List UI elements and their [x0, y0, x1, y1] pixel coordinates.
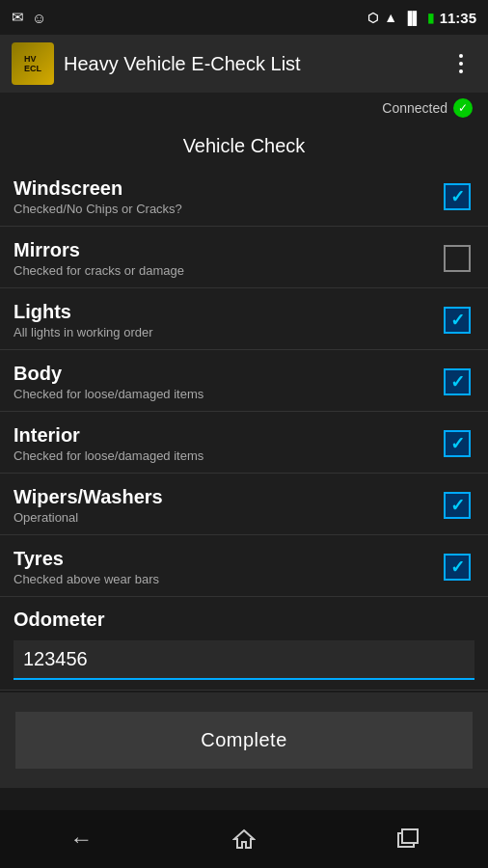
overflow-menu-button[interactable] [446, 48, 476, 79]
svg-rect-2 [402, 829, 418, 843]
check-item-wipers-text: Wipers/Washers Operational [14, 485, 440, 525]
body-checkbox[interactable] [440, 365, 474, 399]
page-title: Vehicle Check [0, 123, 488, 165]
complete-button[interactable]: Complete [15, 712, 473, 769]
tyres-checkbox[interactable] [440, 550, 474, 584]
lights-checked-box [444, 307, 471, 334]
check-item-windscreen-text: Windscreen Checked/No Chips or Cracks? [14, 176, 440, 216]
tyres-label: Tyres [14, 547, 440, 570]
mail-icon: ✉ [12, 9, 24, 26]
dot3 [459, 69, 463, 73]
windscreen-sublabel: Checked/No Chips or Cracks? [14, 202, 440, 216]
check-item-tyres[interactable]: Tyres Checked above wear bars [0, 535, 488, 597]
check-item-mirrors[interactable]: Mirrors Checked for cracks or damage [0, 227, 488, 288]
wipers-sublabel: Operational [14, 510, 440, 525]
tyres-sublabel: Checked above wear bars [14, 572, 440, 586]
check-item-wipers[interactable]: Wipers/Washers Operational [0, 474, 488, 535]
recents-button[interactable] [378, 820, 436, 858]
bluetooth-icon: ⬡ [367, 11, 378, 25]
clock: 11:35 [440, 10, 476, 26]
app-title: Heavy Vehicle E-Check List [64, 53, 436, 75]
status-bar: ✉ ☺ ⬡ ▲ ▐▌ ▮ 11:35 [0, 0, 488, 35]
connected-bar: Connected ✓ [0, 93, 488, 123]
body-label: Body [14, 362, 440, 385]
check-item-interior[interactable]: Interior Checked for loose/damaged items [0, 412, 488, 474]
odometer-section: Odometer [0, 597, 488, 691]
windscreen-checkbox[interactable] [440, 179, 474, 214]
status-left-icons: ✉ ☺ [12, 9, 46, 26]
check-item-interior-text: Interior Checked for loose/damaged items [14, 423, 440, 463]
body-sublabel: Checked for loose/damaged items [14, 387, 440, 401]
app-logo: HVECL [12, 42, 54, 85]
dot2 [459, 62, 463, 66]
back-button[interactable]: ← [52, 820, 110, 858]
mirrors-sublabel: Checked for cracks or damage [14, 263, 440, 278]
odometer-label: Odometer [14, 609, 474, 631]
body-checked-box [444, 368, 471, 395]
spacer [0, 788, 488, 798]
interior-sublabel: Checked for loose/damaged items [14, 448, 440, 463]
check-item-windscreen[interactable]: Windscreen Checked/No Chips or Cracks? [0, 165, 488, 227]
check-item-lights-text: Lights All lights in working order [14, 300, 440, 339]
back-icon: ← [69, 826, 93, 853]
home-button[interactable] [215, 820, 273, 858]
windscreen-checked-box [444, 183, 471, 210]
interior-checked-box [444, 430, 471, 457]
interior-checkbox[interactable] [440, 426, 474, 461]
connected-icon: ✓ [453, 98, 473, 118]
wifi-icon: ▲ [384, 10, 397, 25]
wipers-checked-box [444, 492, 471, 519]
main-content: Connected ✓ Vehicle Check Windscreen Che… [0, 93, 488, 810]
signal-icon: ▐▌ [403, 11, 420, 25]
lights-checkbox[interactable] [440, 303, 474, 338]
wipers-label: Wipers/Washers [14, 485, 440, 508]
check-item-tyres-text: Tyres Checked above wear bars [14, 547, 440, 586]
battery-icon: ▮ [427, 11, 434, 25]
lights-sublabel: All lights in working order [14, 325, 440, 339]
check-item-lights[interactable]: Lights All lights in working order [0, 288, 488, 350]
check-item-mirrors-text: Mirrors Checked for cracks or damage [14, 238, 440, 278]
odometer-input[interactable] [23, 648, 465, 670]
smiley-icon: ☺ [32, 10, 46, 26]
windscreen-label: Windscreen [14, 176, 440, 200]
status-right-icons: ⬡ ▲ ▐▌ ▮ 11:35 [367, 10, 476, 26]
recents-icon [395, 828, 419, 850]
tyres-checked-box [444, 554, 471, 581]
svg-marker-0 [234, 830, 254, 848]
lights-label: Lights [14, 300, 440, 323]
mirrors-unchecked-box [444, 245, 471, 272]
mirrors-checkbox[interactable] [440, 241, 474, 276]
checklist: Windscreen Checked/No Chips or Cracks? M… [0, 165, 488, 597]
wipers-checkbox[interactable] [440, 488, 474, 523]
check-item-body-text: Body Checked for loose/damaged items [14, 362, 440, 401]
check-item-body[interactable]: Body Checked for loose/damaged items [0, 350, 488, 412]
complete-section: Complete [0, 692, 488, 788]
nav-bar: ← [0, 810, 488, 868]
dot1 [459, 54, 463, 58]
app-bar: HVECL Heavy Vehicle E-Check List [0, 35, 488, 93]
home-icon [232, 827, 256, 851]
connected-label: Connected [382, 100, 447, 116]
mirrors-label: Mirrors [14, 238, 440, 261]
odometer-input-wrap[interactable] [14, 640, 474, 680]
interior-label: Interior [14, 423, 440, 447]
